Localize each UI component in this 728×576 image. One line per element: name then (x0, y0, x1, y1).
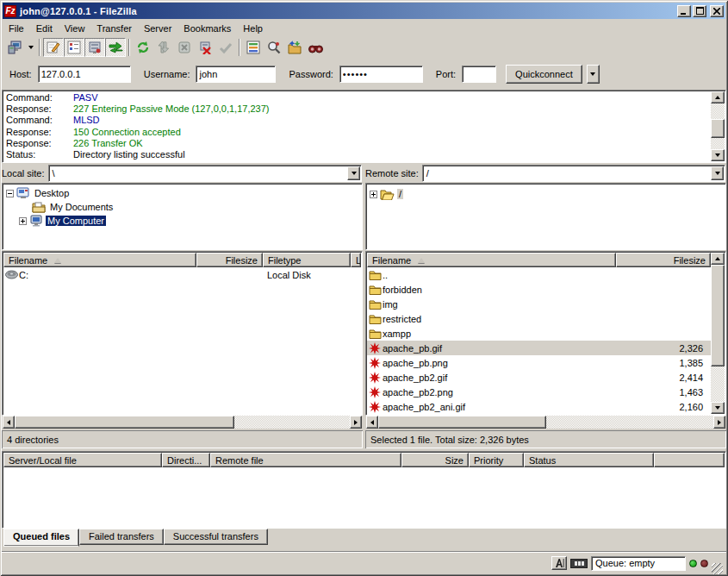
tab-failed-transfers[interactable]: Failed transfers (79, 529, 164, 545)
file-name: restricted (383, 314, 625, 324)
menu-help[interactable]: Help (237, 22, 269, 34)
menu-file[interactable]: File (3, 22, 30, 34)
scrollbar-thumb[interactable] (711, 119, 725, 138)
tab-queued-files[interactable]: Queued files (3, 529, 79, 547)
column-header-status[interactable]: Status (524, 453, 654, 467)
folder-icon (369, 329, 382, 339)
refresh-button[interactable] (133, 38, 153, 57)
speed-limit-icon[interactable] (570, 559, 588, 568)
folder-icon (369, 299, 382, 310)
quickconnect-button[interactable]: Quickconnect (506, 65, 582, 84)
remote-list-hscrollbar[interactable] (366, 416, 725, 429)
scrollbar-thumb[interactable] (378, 416, 546, 429)
column-header-size[interactable]: Size (401, 453, 469, 467)
file-row[interactable]: restricted (367, 311, 711, 326)
scroll-right-button[interactable] (713, 416, 725, 429)
scroll-up-button[interactable] (711, 253, 725, 265)
scrollbar-thumb[interactable] (15, 416, 234, 429)
log-scrollbar[interactable] (711, 91, 725, 161)
scroll-left-button[interactable] (3, 416, 15, 429)
maximize-button[interactable] (693, 5, 706, 17)
tree-item-desktop[interactable]: Desktop (6, 186, 362, 200)
tree-item-label: My Computer (46, 216, 106, 226)
collapse-icon[interactable] (6, 190, 14, 197)
username-input[interactable] (196, 66, 276, 83)
file-size: 1,463 (625, 387, 711, 398)
directory-comparison-button[interactable] (264, 38, 284, 57)
remote-site-combo[interactable]: / (422, 165, 725, 182)
column-header-lastmodified[interactable]: L (351, 253, 361, 267)
file-name: forbidden (383, 285, 625, 295)
file-row-selected[interactable]: apache_pb.gif 2,326 (367, 341, 711, 355)
scroll-down-button[interactable] (711, 149, 725, 161)
file-row[interactable]: apache_pb2.png 1,463 (367, 385, 711, 399)
column-header-filesize[interactable]: Filesize (616, 253, 711, 267)
chevron-down-icon (590, 72, 595, 76)
menu-view[interactable]: View (59, 22, 91, 34)
cancel-button[interactable] (174, 38, 195, 57)
menu-edit[interactable]: Edit (30, 22, 59, 34)
expand-icon[interactable] (370, 191, 377, 198)
file-row[interactable]: img (367, 297, 711, 311)
folder-icon (369, 285, 382, 295)
remote-list-scrollbar[interactable] (711, 253, 725, 414)
resize-grip[interactable] (712, 563, 723, 574)
title-bar[interactable]: Fz john@127.0.0.1 - FileZilla (3, 3, 725, 19)
column-header-filetype[interactable]: Filetype (263, 253, 351, 267)
file-row[interactable]: .. (367, 267, 711, 282)
column-header-filename[interactable]: Filename (367, 253, 616, 267)
menu-bookmarks[interactable]: Bookmarks (177, 22, 237, 34)
local-site-combo[interactable]: \ (48, 165, 362, 182)
expand-icon[interactable] (19, 217, 27, 225)
toggle-remote-tree-button[interactable] (84, 38, 105, 57)
filter-button[interactable] (243, 38, 264, 57)
column-header-direction[interactable]: Directi... (162, 453, 210, 467)
file-row[interactable]: apache_pb2_ani.gif 2,160 (367, 399, 711, 414)
combo-dropdown-button[interactable] (711, 166, 724, 180)
scroll-up-button[interactable] (711, 91, 725, 103)
file-row-c-drive[interactable]: C: Local Disk (3, 267, 361, 282)
column-header-server-local-file[interactable]: Server/Local file (3, 453, 162, 467)
reconnect-button[interactable] (215, 38, 236, 57)
host-input[interactable] (38, 66, 131, 83)
file-row[interactable]: xampp (367, 326, 711, 341)
file-name: .. (383, 270, 625, 280)
log-text: 227 Entering Passive Mode (127,0,0,1,17,… (73, 103, 269, 115)
toggle-local-tree-button[interactable] (64, 38, 84, 57)
tree-item-my-computer[interactable]: My Computer (6, 214, 362, 228)
column-header-filename[interactable]: Filename (3, 253, 196, 267)
menu-transfer[interactable]: Transfer (90, 22, 138, 34)
scroll-left-button[interactable] (366, 416, 378, 429)
column-header-remote-file[interactable]: Remote file (210, 453, 401, 467)
minimize-button[interactable] (677, 5, 691, 17)
remote-directory-tree: / (365, 183, 726, 250)
column-header-filesize[interactable]: Filesize (196, 253, 263, 267)
local-list-hscrollbar[interactable] (3, 416, 362, 429)
menu-server[interactable]: Server (138, 22, 177, 34)
close-button[interactable] (710, 5, 724, 17)
process-queue-button[interactable] (153, 38, 174, 57)
file-row[interactable]: apache_pb.png 1,385 (367, 355, 711, 370)
password-input[interactable] (339, 66, 423, 83)
disconnect-button[interactable] (195, 38, 215, 57)
tree-item-root[interactable]: / (370, 187, 725, 201)
app-icon: Fz (4, 5, 16, 17)
synchronized-browsing-button[interactable] (284, 38, 305, 57)
find-files-button[interactable] (305, 38, 326, 57)
site-manager-dropdown[interactable] (25, 38, 36, 57)
scroll-down-button[interactable] (711, 402, 725, 414)
toggle-message-log-button[interactable] (43, 38, 64, 57)
file-row[interactable]: apache_pb2.gif 2,414 (367, 370, 711, 385)
site-manager-button[interactable] (4, 38, 25, 57)
column-header-priority[interactable]: Priority (469, 453, 524, 467)
quickconnect-dropdown[interactable] (587, 65, 600, 84)
tree-item-my-documents[interactable]: My Documents (6, 200, 362, 214)
data-type-indicator[interactable] (551, 556, 567, 570)
scroll-right-button[interactable] (350, 416, 362, 429)
scrollbar-thumb[interactable] (711, 265, 725, 366)
tab-successful-transfers[interactable]: Successful transfers (164, 529, 268, 545)
combo-dropdown-button[interactable] (347, 166, 360, 180)
file-row[interactable]: forbidden (367, 282, 711, 297)
port-input[interactable] (462, 66, 496, 83)
toggle-queue-button[interactable] (105, 38, 126, 57)
